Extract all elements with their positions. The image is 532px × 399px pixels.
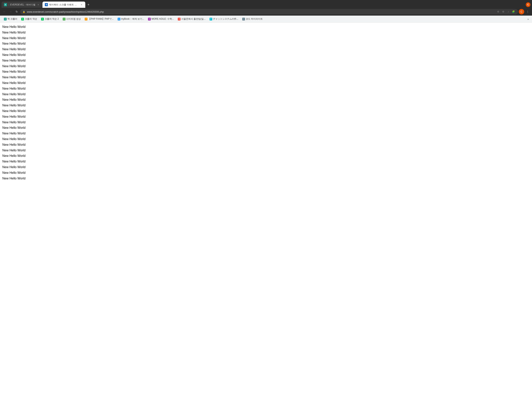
- hello-world-line: New Hello World: [2, 30, 530, 35]
- extensions-icon[interactable]: ⚙: [496, 9, 500, 14]
- bookmark-favicon-more-agile: M: [148, 18, 151, 20]
- bookmark-item-seoul[interactable]: 서 서울문화사 출판팀(일...: [176, 17, 207, 21]
- bookmark-label-crawler: 책 크롤러: [7, 17, 17, 21]
- hello-world-line: New Hello World: [2, 86, 530, 91]
- hello-world-line: New Hello World: [2, 125, 530, 131]
- hello-world-line: New Hello World: [2, 136, 530, 142]
- bookmark-label-code-highlight: 코드 하이라이트: [246, 17, 263, 21]
- bookmark-item-chat[interactable]: チ チャットシステムの作...: [208, 17, 240, 21]
- hello-world-line: New Hello World: [2, 159, 530, 164]
- hello-world-line: New Hello World: [2, 120, 530, 125]
- tab-close-jquery[interactable]: ✕: [80, 3, 83, 6]
- lock-icon: 🔒: [23, 11, 25, 13]
- bookmark-label-more-agile: MORE AGILE: 수학...: [152, 17, 174, 21]
- tab-favicon-everdevel: E: [4, 3, 7, 6]
- bookmark-favicon-php: P: [85, 18, 88, 20]
- chrome-actions: C ⋮: [519, 9, 531, 14]
- back-button[interactable]: ←: [1, 9, 7, 14]
- address-actions: ⚙ ⚙ ♪ 🧩: [496, 9, 516, 14]
- hello-world-line: New Hello World: [2, 75, 530, 80]
- page-content: New Hello WorldNew Hello WorldNew Hello …: [0, 23, 532, 183]
- hello-world-line: New Hello World: [2, 58, 530, 64]
- bookmark-item-sitemap[interactable]: S 사이트맵 생성: [61, 17, 82, 21]
- hello-world-line: New Hello World: [2, 164, 530, 170]
- bookmark-label-mybook: myBook :: 예제 보기...: [121, 17, 144, 21]
- hello-world-line: New Hello World: [2, 80, 530, 86]
- url-text: www.everdevel.com/scratch-pad/yowashion/…: [27, 10, 494, 13]
- bookmark-favicon-seoul: 서: [178, 18, 181, 20]
- hello-world-line: New Hello World: [2, 153, 530, 159]
- hello-world-line: New Hello World: [2, 41, 530, 46]
- tab-label-jquery: 제이쿼리 스크롤 이벤트 문서 최하단: [49, 3, 79, 6]
- browser-chrome: E :: EVERDEVEL - 에버디벨 ✕ 제 제이쿼리 스크롤 이벤트 문…: [0, 0, 532, 23]
- bookmark-item-crawler[interactable]: E 책 크롤러: [2, 17, 19, 21]
- profile-area: C: [526, 2, 531, 7]
- hello-world-line: New Hello World: [2, 91, 530, 97]
- bookmark-favicon-mybook: m: [118, 18, 120, 20]
- bookmark-label-chat: チャットシステムの作...: [213, 17, 238, 21]
- profile-icon[interactable]: C: [526, 2, 531, 7]
- bookmark-favicon-sitemap: S: [63, 18, 65, 20]
- bookmark-favicon-naver2: N: [41, 18, 44, 20]
- hello-world-line: New Hello World: [2, 114, 530, 120]
- hello-world-line: New Hello World: [2, 97, 530, 103]
- bookmark-label-sitemap: 사이트맵 생성: [66, 17, 81, 21]
- hello-world-line: New Hello World: [2, 69, 530, 75]
- tab-jquery[interactable]: 제 제이쿼리 스크롤 이벤트 문서 최하단 ✕: [43, 1, 85, 8]
- bookmark-item-mybook[interactable]: m myBook :: 예제 보기...: [116, 17, 146, 21]
- bookmark-item-naver2[interactable]: N 크롤러 역순 2: [39, 17, 60, 21]
- bookmark-item-naver[interactable]: N 크롤러 역순: [20, 17, 38, 21]
- bookmark-item-more-agile[interactable]: M MORE AGILE: 수학...: [146, 17, 176, 21]
- address-bar[interactable]: 🔒 www.everdevel.com/scratch-pad/yowashio…: [20, 9, 518, 14]
- hello-world-line: New Hello World: [2, 142, 530, 148]
- bookmark-favicon-chat: チ: [209, 18, 212, 20]
- tab-everdevel[interactable]: E :: EVERDEVEL - 에버디벨 ✕: [1, 1, 42, 8]
- hello-world-line: New Hello World: [2, 64, 530, 69]
- tab-favicon-jquery: 제: [45, 3, 48, 6]
- bookmark-favicon-naver: N: [21, 18, 24, 20]
- hello-world-line: New Hello World: [2, 170, 530, 176]
- more-options-button[interactable]: ⋮: [525, 9, 531, 14]
- hello-world-line: New Hello World: [2, 24, 530, 30]
- hello-world-line: New Hello World: [2, 52, 530, 58]
- user-profile-button[interactable]: C: [519, 9, 524, 14]
- bookmark-favicon-code-highlight: <>: [242, 18, 245, 20]
- audio-icon[interactable]: ♪: [506, 9, 511, 14]
- tab-label-everdevel: :: EVERDEVEL - 에버디벨: [8, 3, 35, 6]
- bookmark-label-naver: 크롤러 역순: [25, 17, 37, 21]
- new-tab-button[interactable]: +: [86, 2, 91, 7]
- bookmark-label-php: 【PHP FANN】PHPで...: [88, 17, 114, 21]
- bookmark-favicon-crawler: E: [4, 18, 7, 20]
- bookmarks-bar: E 책 크롤러 N 크롤러 역순 N 크롤러 역순 2 S 사이트맵 생성 P …: [0, 16, 532, 23]
- tab-bar: E :: EVERDEVEL - 에버디벨 ✕ 제 제이쿼리 스크롤 이벤트 문…: [0, 0, 532, 8]
- hello-world-line: New Hello World: [2, 108, 530, 114]
- bookmark-label-seoul: 서울문화사 출판팀(일...: [181, 17, 206, 21]
- settings-icon[interactable]: ⚙: [501, 9, 506, 14]
- hello-world-line: New Hello World: [2, 131, 530, 136]
- bookmark-item-php[interactable]: P 【PHP FANN】PHPで...: [83, 17, 115, 21]
- hello-world-line: New Hello World: [2, 35, 530, 41]
- bookmarks-more-button[interactable]: »: [526, 17, 530, 21]
- puzzle-icon[interactable]: 🧩: [511, 9, 516, 14]
- reload-button[interactable]: ↻: [14, 9, 19, 14]
- bookmark-item-code-highlight[interactable]: <> 코드 하이라이트: [241, 17, 264, 21]
- hello-world-line: New Hello World: [2, 148, 530, 153]
- hello-world-line: New Hello World: [2, 176, 530, 181]
- address-bar-row: ← → ↻ 🔒 www.everdevel.com/scratch-pad/yo…: [0, 8, 532, 16]
- bookmark-label-naver2: 크롤러 역순 2: [44, 17, 59, 21]
- tab-close-everdevel[interactable]: ✕: [37, 3, 40, 6]
- hello-world-line: New Hello World: [2, 103, 530, 108]
- hello-world-line: New Hello World: [2, 46, 530, 52]
- forward-button[interactable]: →: [8, 9, 13, 14]
